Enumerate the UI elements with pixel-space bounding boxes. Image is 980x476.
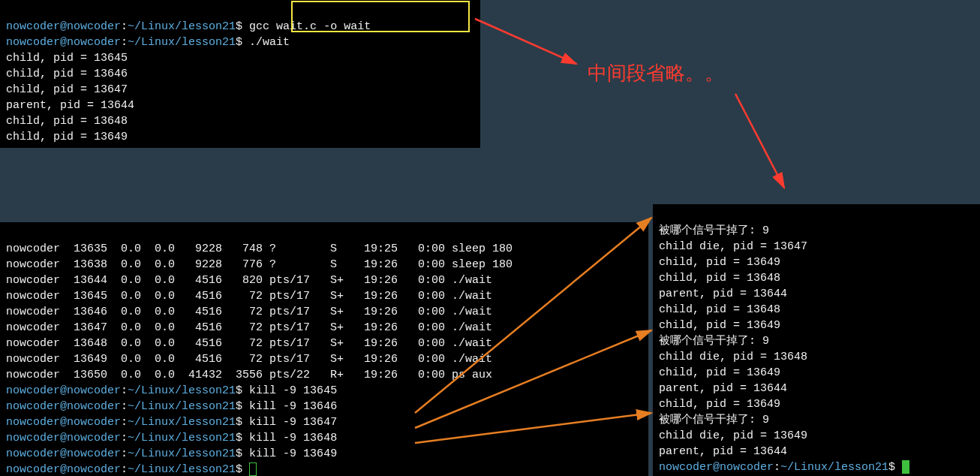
ps-row: nowcoder 13635 0.0 0.0 9228 748 ? S 19:2… (6, 243, 513, 255)
ps-row: nowcoder 13638 0.0 0.0 9228 776 ? S 19:2… (6, 258, 513, 271)
cmd-kill: kill -9 13646 (249, 400, 337, 413)
annotation-text: 中间段省略。。 (588, 60, 724, 86)
cursor-icon[interactable] (902, 460, 909, 474)
ps-row: nowcoder 13649 0.0 0.0 4516 72 pts/17 S+… (6, 353, 492, 366)
cmd-run-wait: ./wait (249, 36, 290, 49)
svg-line-1 (735, 94, 784, 188)
output-line: 被哪个信号干掉了: 9 (659, 335, 769, 348)
output-line: child, pid = 13649 (659, 366, 780, 379)
output-line: child, pid = 13645 (6, 52, 128, 65)
prompt-path: ~/Linux/lesson21 (128, 20, 236, 33)
ps-row: nowcoder 13644 0.0 0.0 4516 820 pts/17 S… (6, 274, 492, 287)
terminal-bottom-left: nowcoder 13635 0.0 0.0 9228 748 ? S 19:2… (0, 222, 648, 476)
prompt-br: nowcoder@nowcoder:~/Linux/lesson21$ (659, 461, 909, 474)
cmd-kill: kill -9 13649 (249, 447, 337, 460)
ps-row: nowcoder 13648 0.0 0.0 4516 72 pts/17 S+… (6, 337, 492, 350)
output-line: child, pid = 13648 (659, 272, 780, 285)
output-line: child die, pid = 13649 (659, 429, 807, 442)
cmd-kill: kill -9 13647 (249, 416, 337, 429)
output-line: child, pid = 13648 (6, 115, 128, 128)
terminal-bottom-right: 被哪个信号干掉了: 9 child die, pid = 13647 child… (653, 204, 980, 476)
output-line: parent, pid = 13644 (659, 382, 787, 395)
prompt-kill-3: nowcoder@nowcoder:~/Linux/lesson21$ kill… (6, 416, 337, 429)
output-line: parent, pid = 13644 (6, 99, 134, 112)
output-line: child, pid = 13647 (6, 83, 128, 96)
output-line: child die, pid = 13648 (659, 351, 807, 363)
arrow-red-1 (471, 8, 591, 75)
output-line: child, pid = 13649 (659, 256, 780, 269)
output-line: child, pid = 13646 (6, 68, 128, 80)
output-line: parent, pid = 13644 (659, 445, 787, 458)
ps-row: nowcoder 13647 0.0 0.0 4516 72 pts/17 S+… (6, 321, 492, 334)
cmd-kill: kill -9 13648 (249, 432, 337, 444)
prompt-kill-5: nowcoder@nowcoder:~/Linux/lesson21$ kill… (6, 447, 337, 460)
prompt-kill-2: nowcoder@nowcoder:~/Linux/lesson21$ kill… (6, 400, 337, 413)
prompt-empty: nowcoder@nowcoder:~/Linux/lesson21$ (6, 463, 257, 476)
output-line: 被哪个信号干掉了: 9 (659, 414, 769, 426)
prompt-line-2: nowcoder@nowcoder:~/Linux/lesson21$ ./wa… (6, 36, 290, 49)
prompt-kill-1: nowcoder@nowcoder:~/Linux/lesson21$ kill… (6, 384, 337, 397)
ps-row: nowcoder 13645 0.0 0.0 4516 72 pts/17 S+… (6, 290, 492, 303)
svg-line-0 (475, 19, 576, 64)
output-line: 被哪个信号干掉了: 9 (659, 224, 769, 237)
prompt-user: nowcoder@nowcoder (6, 20, 121, 33)
ps-row: nowcoder 13650 0.0 0.0 41432 3556 pts/22… (6, 369, 492, 381)
output-line: child die, pid = 13647 (659, 240, 807, 253)
output-line: child, pid = 13649 (659, 319, 780, 332)
ps-row: nowcoder 13646 0.0 0.0 4516 72 pts/17 S+… (6, 306, 492, 318)
prompt-kill-4: nowcoder@nowcoder:~/Linux/lesson21$ kill… (6, 432, 337, 444)
highlight-box (291, 1, 470, 32)
cursor-icon[interactable] (249, 462, 257, 476)
output-line: child, pid = 13649 (6, 131, 128, 143)
output-line: child, pid = 13649 (659, 398, 780, 411)
arrow-red-2 (728, 86, 803, 199)
cmd-kill: kill -9 13645 (249, 384, 337, 397)
output-line: parent, pid = 13644 (659, 288, 787, 300)
output-line: child, pid = 13648 (659, 303, 780, 316)
